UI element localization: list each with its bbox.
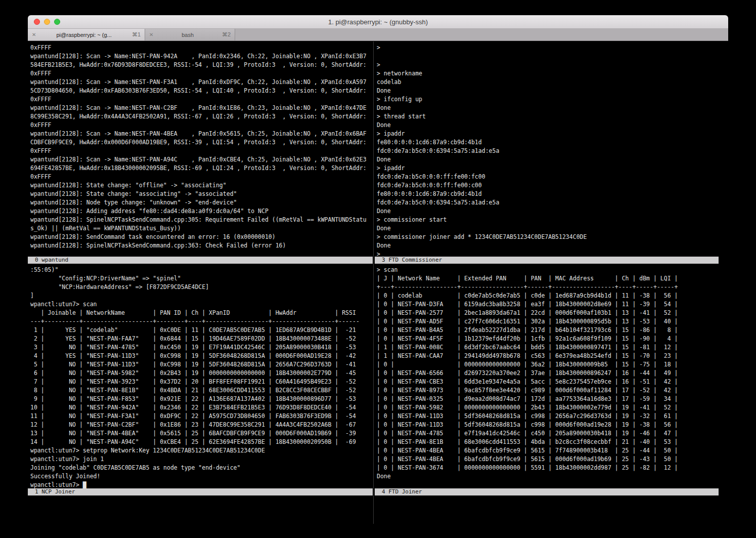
tab-close-icon[interactable]: ✕ (149, 32, 153, 37)
pane-status-bar-ftd-commissioner: 3 FTD Commissioner (375, 257, 719, 264)
minimize-button[interactable] (44, 19, 50, 25)
pane-ftd-joiner-output[interactable]: > scan | J | Network Name | Extended PAN… (375, 264, 728, 488)
tab-ssh-session[interactable]: ✕ pi@raspberrypi: ~ (g... ⌘1 (28, 29, 145, 40)
tab-label: bash (156, 32, 218, 38)
pane-title: 3 FTD Commissioner (382, 257, 442, 263)
window-title: 1. pi@raspberrypi: ~ (gnubby-ssh) (328, 18, 428, 26)
pane-status-bar-ncp-joiner: 1 NCP Joiner (28, 488, 373, 495)
tab-bar-empty-area (235, 29, 728, 40)
pane-wpantund-output[interactable]: 0xFFFF wpantund[2128]: Scan -> Name:NEST… (28, 42, 373, 257)
pane-status-bar-ftd-joiner: 4 FTD Joiner (375, 488, 719, 495)
pane-ftd-commissioner-output[interactable]: > > > networkname codelab Done > ifconfi… (375, 42, 728, 257)
tab-label: pi@raspberrypi: ~ (g... (39, 32, 128, 38)
tab-shortcut: ⌘1 (132, 31, 141, 38)
tab-bash[interactable]: ✕ bash ⌘2 (145, 29, 235, 40)
tab-shortcut: ⌘2 (222, 31, 231, 38)
tab-close-icon[interactable]: ✕ (32, 32, 36, 37)
window-controls (34, 15, 60, 28)
tab-bar: ✕ pi@raspberrypi: ~ (g... ⌘1 ✕ bash ⌘2 (28, 29, 728, 41)
tmux-left-column: 0xFFFF wpantund[2128]: Scan -> Name:NEST… (28, 42, 373, 524)
window-titlebar[interactable]: 1. pi@raspberrypi: ~ (gnubby-ssh) (28, 15, 728, 29)
tmux-session: 0xFFFF wpantund[2128]: Scan -> Name:NEST… (28, 42, 728, 524)
pane-status-bar-wpantund: 0 wpantund (28, 257, 373, 264)
pane-divider[interactable] (373, 42, 375, 524)
pane-title: 1 NCP Joiner (35, 488, 75, 495)
pane-title: 4 FTD Joiner (382, 488, 422, 495)
close-button[interactable] (34, 19, 40, 25)
pane-ncp-joiner-output[interactable]: :55:05)" "Config:NCP:DriverName" => "spi… (28, 264, 373, 488)
tmux-right-column: > > > networkname codelab Done > ifconfi… (375, 42, 728, 524)
empty-terminal-area (28, 495, 373, 524)
zoom-button[interactable] (54, 19, 60, 25)
empty-terminal-area (375, 495, 728, 524)
terminal-window: 1. pi@raspberrypi: ~ (gnubby-ssh) ✕ pi@r… (28, 15, 728, 524)
pane-title: 0 wpantund (35, 257, 68, 263)
